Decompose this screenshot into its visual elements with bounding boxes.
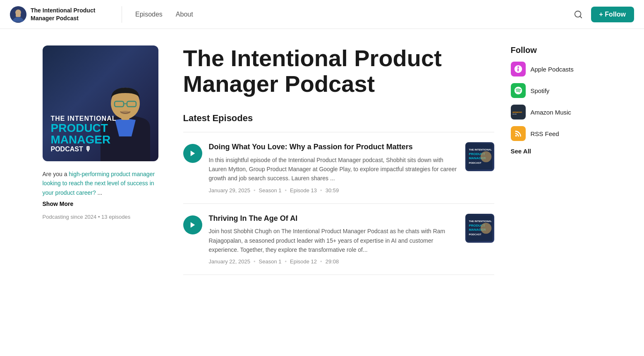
- cover-text-product: PRODUCT: [51, 122, 117, 134]
- rss-icon: [511, 126, 526, 141]
- main-content: THE INTENTIONAL PRODUCT MANAGER PODCAST …: [33, 29, 612, 291]
- apple-podcasts-icon: [511, 62, 526, 76]
- sidebar-description: Are you a high-performing product manage…: [43, 170, 167, 197]
- nav-episodes[interactable]: Episodes: [130, 7, 168, 22]
- sidebar-meta: Podcasting since 2024 • 13 episodes: [43, 214, 167, 220]
- platform-amazon-music[interactable]: amazon music Amazon Music: [511, 105, 602, 119]
- dot-1a: •: [254, 187, 256, 194]
- episode-date-2: January 22, 2025: [209, 258, 250, 265]
- brand-avatar: [10, 6, 26, 23]
- header: The Intentional Product Manager Podcast …: [0, 0, 644, 29]
- dot-2c: •: [320, 258, 322, 265]
- platform-list: Apple Podcasts Spotify amazon music: [511, 62, 602, 141]
- spotify-icon: [511, 83, 526, 98]
- amazon-music-icon: amazon music: [511, 105, 526, 119]
- spotify-label: Spotify: [531, 87, 550, 94]
- podcast-title-line1: The Intentional Product: [183, 45, 442, 71]
- play-icon: [189, 150, 196, 157]
- thumb-svg-2: THE INTENTIONAL PRODUCT MANAGER PODCAST: [467, 214, 493, 243]
- episode-num-2: Episode 12: [290, 258, 317, 265]
- table-row: Doing What You Love: Why a Passion for P…: [183, 132, 494, 204]
- svg-text:PODCAST: PODCAST: [469, 161, 481, 164]
- podcast-cover: THE INTENTIONAL PRODUCT MANAGER PODCAST …: [43, 45, 158, 161]
- dot-1b: •: [285, 187, 287, 194]
- platform-spotify[interactable]: Spotify: [511, 83, 602, 98]
- dot-2a: •: [254, 258, 256, 265]
- nav-about[interactable]: About: [171, 7, 198, 22]
- episode-title-2[interactable]: Thriving In The Age Of AI: [209, 214, 459, 223]
- cover-text-podcast: PODCAST 🎙: [51, 146, 117, 153]
- episode-desc-1: In this insightful episode of the Intent…: [209, 155, 459, 183]
- main-episodes-content: The Intentional Product Manager Podcast …: [183, 45, 494, 275]
- amazon-icon-svg: amazon music: [512, 109, 524, 115]
- episode-duration-1: 30:59: [326, 187, 339, 194]
- header-podcast-title: The Intentional Product Manager Podcast: [31, 7, 113, 22]
- amazon-music-label: Amazon Music: [531, 109, 571, 116]
- sidebar-desc-ellipsis: ...: [96, 189, 103, 196]
- platform-rss-feed[interactable]: RSS Feed: [511, 126, 602, 141]
- svg-marker-18: [190, 222, 195, 228]
- search-icon: [574, 10, 583, 19]
- rss-icon-svg: [514, 129, 523, 138]
- see-all-button[interactable]: See All: [511, 148, 602, 155]
- episode-info-1: Doing What You Love: Why a Passion for P…: [209, 142, 459, 194]
- episode-thumbnail-2: THE INTENTIONAL PRODUCT MANAGER PODCAST: [465, 214, 494, 243]
- content-wrapper: The Intentional Product Manager Podcast …: [183, 45, 602, 275]
- svg-text:THE INTENTIONAL: THE INTENTIONAL: [469, 220, 492, 222]
- svg-text:THE INTENTIONAL: THE INTENTIONAL: [469, 148, 492, 151]
- show-more-button[interactable]: Show More: [43, 201, 167, 207]
- svg-point-10: [120, 111, 130, 114]
- episodes-section: Latest Episodes Doing What You Love: Why…: [183, 113, 494, 275]
- episode-info-2: Thriving In The Age Of AI Join host Shob…: [209, 214, 459, 265]
- apple-icon-svg: [514, 65, 523, 74]
- episode-duration-2: 29:08: [326, 258, 339, 265]
- header-divider: [122, 6, 122, 23]
- brand-logo[interactable]: The Intentional Product Manager Podcast: [10, 6, 113, 23]
- svg-text:PODCAST: PODCAST: [469, 233, 481, 236]
- right-sidebar: Follow Apple Podcasts: [511, 45, 602, 275]
- thumb-svg-1: THE INTENTIONAL PRODUCT MANAGER PODCAST: [467, 142, 493, 171]
- table-row: Thriving In The Age Of AI Join host Shob…: [183, 204, 494, 275]
- dot-1c: •: [320, 187, 322, 194]
- platform-apple-podcasts[interactable]: Apple Podcasts: [511, 62, 602, 76]
- podcast-main-title: The Intentional Product Manager Podcast: [183, 45, 494, 96]
- svg-text:music: music: [512, 113, 517, 115]
- spotify-icon-svg: [514, 86, 523, 95]
- play-button-ep2[interactable]: [183, 215, 202, 234]
- header-nav: Episodes About: [130, 7, 198, 22]
- avatar-image: [10, 6, 26, 23]
- episode-meta-2: January 22, 2025 • Season 1 • Episode 12…: [209, 258, 459, 265]
- dot-2b: •: [285, 258, 287, 265]
- follow-section-title: Follow: [511, 45, 602, 55]
- podcast-title-line2: Manager Podcast: [183, 71, 375, 97]
- svg-marker-11: [190, 151, 195, 156]
- svg-line-4: [580, 16, 582, 18]
- episode-desc-2: Join host Shobhit Chugh on The Intention…: [209, 227, 459, 254]
- episode-num-1: Episode 13: [290, 187, 317, 194]
- sidebar-desc-intro: Are you a: [43, 171, 69, 177]
- header-actions: + Follow: [572, 7, 634, 22]
- play-button-ep1[interactable]: [183, 144, 202, 163]
- cover-text-manager: MANAGER: [51, 134, 117, 146]
- latest-episodes-heading: Latest Episodes: [183, 113, 494, 124]
- episodes-list: Doing What You Love: Why a Passion for P…: [183, 132, 494, 275]
- svg-point-17: [480, 151, 491, 162]
- search-button[interactable]: [572, 8, 584, 21]
- episode-thumbnail-1: THE INTENTIONAL PRODUCT MANAGER PODCAST: [465, 142, 494, 171]
- svg-rect-2: [16, 14, 21, 17]
- episode-title-1[interactable]: Doing What You Love: Why a Passion for P…: [209, 142, 459, 152]
- episode-season-2: Season 1: [259, 258, 282, 265]
- rss-feed-label: RSS Feed: [531, 130, 559, 137]
- episode-date-1: January 29, 2025: [209, 187, 250, 194]
- apple-podcasts-label: Apple Podcasts: [531, 66, 574, 73]
- play-icon: [189, 221, 196, 229]
- episode-meta-1: January 29, 2025 • Season 1 • Episode 13…: [209, 187, 459, 194]
- episode-season-1: Season 1: [259, 187, 282, 194]
- sidebar: THE INTENTIONAL PRODUCT MANAGER PODCAST …: [43, 45, 167, 275]
- svg-point-24: [480, 222, 491, 234]
- follow-button[interactable]: + Follow: [591, 7, 634, 22]
